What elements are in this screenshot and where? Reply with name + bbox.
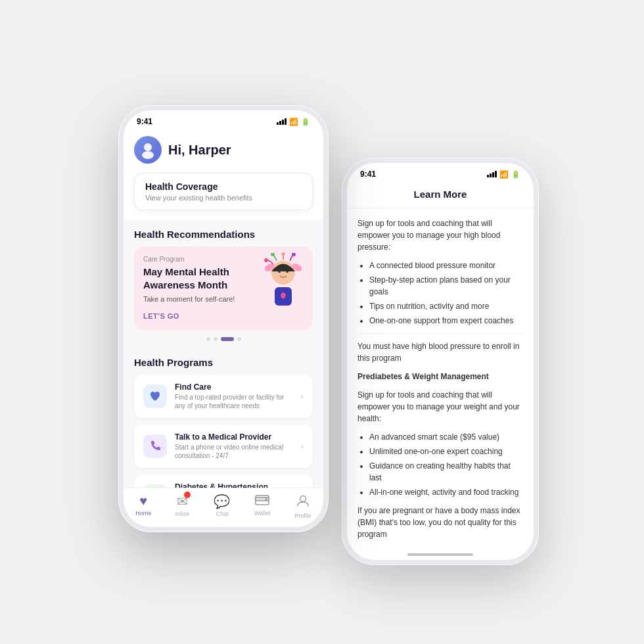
signal-icon	[487, 171, 497, 177]
find-care-chevron: ›	[300, 391, 304, 402]
talk-provider-chevron: ›	[300, 441, 304, 451]
phone1-signal-icon	[277, 118, 287, 125]
character-svg	[260, 253, 306, 312]
nav-chat[interactable]: 💬 Chat	[214, 494, 230, 519]
heart-icon	[148, 389, 162, 403]
care-illustration	[260, 253, 306, 306]
phone1-time: 9:41	[137, 117, 152, 126]
find-care-name: Find Care	[175, 382, 292, 392]
battery-icon: 🔋	[511, 170, 520, 179]
dot-4	[237, 337, 241, 341]
svg-point-16	[265, 498, 267, 500]
chat-icon: 💬	[214, 494, 230, 509]
phone2-bullets-2: An advanced smart scale ($95 value) Unli…	[357, 431, 523, 498]
phone2-content: 9:41 📶 🔋 Learn More	[347, 163, 534, 560]
enrollment-note: You must have high blood pressure to enr…	[357, 333, 523, 364]
bullet-3: Tips on nutrition, activity and more	[369, 300, 523, 312]
health-coverage-subtitle: View your existing health benefits	[145, 194, 302, 202]
wifi-icon: 📶	[499, 170, 509, 179]
greeting-row: Hi, Harper	[134, 136, 313, 164]
top-section: Hi, Harper Health Coverage View your exi…	[124, 129, 323, 219]
svg-point-6	[264, 258, 268, 262]
program-card-1[interactable]: Find Care Find a top-rated provider or f…	[134, 375, 313, 418]
phone-2: 9:41 📶 🔋 Learn More	[342, 158, 539, 565]
health-coverage-card[interactable]: Health Coverage View your existing healt…	[134, 173, 313, 210]
avatar-icon	[139, 141, 157, 159]
talk-provider-text: Talk to a Medical Provider Start a phone…	[175, 432, 292, 460]
phone1-wifi-icon: 📶	[289, 118, 298, 126]
program-card-2[interactable]: Talk to a Medical Provider Start a phone…	[134, 425, 313, 468]
section2-title: Prediabetes & Weight Management	[357, 371, 523, 382]
dot-2	[214, 337, 218, 341]
bottom-nav: ♥ Home ✉ Inbox 💬 Chat	[124, 488, 323, 527]
find-care-text: Find Care Find a top-rated provider or f…	[175, 382, 292, 410]
find-care-icon	[143, 384, 167, 408]
svg-point-17	[300, 496, 306, 502]
phone2-intro: Sign up for tools and coaching that will…	[357, 218, 523, 253]
nav-wallet[interactable]: Wallet	[254, 494, 271, 519]
svg-point-3	[278, 270, 281, 273]
svg-point-0	[144, 143, 152, 151]
phone1-status-bar: 9:41 📶 🔋	[124, 110, 323, 129]
learn-more-header: Learn More	[347, 182, 534, 208]
nav-inbox[interactable]: ✉ Inbox	[175, 494, 190, 519]
bullet-1: A connected blood pressure monitor	[369, 260, 523, 271]
phone-icon	[148, 439, 162, 453]
home-icon: ♥	[139, 494, 147, 509]
dot-3-active	[221, 337, 234, 341]
wallet-icon	[255, 494, 269, 509]
profile-icon	[296, 494, 310, 511]
avatar-inner	[134, 136, 162, 164]
nav-profile-label: Profile	[294, 513, 311, 519]
talk-provider-desc: Start a phone or video online medical co…	[175, 443, 292, 460]
profile-svg	[296, 494, 310, 508]
inbox-icon: ✉	[177, 494, 188, 509]
svg-point-4	[286, 270, 288, 273]
home-indicator	[407, 553, 473, 556]
phone1-battery-icon: 🔋	[301, 118, 310, 126]
talk-provider-name: Talk to a Medical Provider	[175, 432, 292, 442]
section2-intro: Sign up for tools and coaching that will…	[357, 389, 523, 425]
bullet-4: One-on-one support from expert coaches	[369, 315, 523, 327]
care-title: May Mental Health Awareness Month	[143, 265, 235, 291]
wallet-svg	[255, 494, 269, 505]
section2-note: If you are pregnant or have a body mass …	[357, 505, 523, 540]
nav-inbox-label: Inbox	[175, 511, 190, 517]
s2-bullet-4: All-in-one weight, activity and food tra…	[369, 486, 523, 498]
phone1-status-icons: 📶 🔋	[277, 118, 310, 126]
health-coverage-title: Health Coverage	[145, 181, 302, 192]
phone2-status-icons: 📶 🔋	[487, 170, 520, 179]
nav-home-label: Home	[135, 510, 151, 517]
find-care-desc: Find a top-rated provider or facility fo…	[175, 393, 292, 410]
nav-chat-label: Chat	[216, 511, 228, 517]
nav-profile[interactable]: Profile	[294, 494, 311, 519]
phone-1: 9:41 📶 🔋	[118, 105, 329, 532]
carousel-dots	[124, 337, 323, 341]
svg-point-1	[142, 151, 154, 159]
s2-bullet-2: Unlimited one-on-one expert coaching	[369, 446, 523, 457]
care-card[interactable]: Care Program May Mental Health Awareness…	[134, 246, 313, 331]
nav-home[interactable]: ♥ Home	[135, 494, 151, 519]
bullet-2: Step-by-step action plans based on your …	[369, 274, 523, 298]
talk-provider-icon	[143, 434, 167, 458]
s2-bullet-3: Guidance on creating healthy habits that…	[369, 460, 523, 484]
avatar	[134, 136, 162, 164]
svg-point-8	[281, 253, 285, 255]
phone2-bullets: A connected blood pressure monitor Step-…	[357, 260, 523, 327]
health-programs-title: Health Programs	[124, 348, 323, 375]
nav-wallet-label: Wallet	[254, 510, 271, 517]
phone2-status-bar: 9:41 📶 🔋	[347, 163, 534, 182]
s2-bullet-1: An advanced smart scale ($95 value)	[369, 431, 523, 443]
learn-more-body: Sign up for tools and coaching that will…	[347, 208, 534, 556]
greeting-text: Hi, Harper	[168, 143, 231, 158]
phone1-content: 9:41 📶 🔋	[124, 110, 323, 527]
dot-1	[206, 337, 210, 341]
health-rec-title: Health Recommendations	[124, 219, 323, 246]
health-recommendations-section: Health Recommendations Care Program May …	[124, 219, 323, 341]
phone2-time: 9:41	[360, 170, 376, 179]
lets-go-button[interactable]: LET'S GO	[143, 312, 179, 320]
inbox-badge	[184, 492, 191, 498]
